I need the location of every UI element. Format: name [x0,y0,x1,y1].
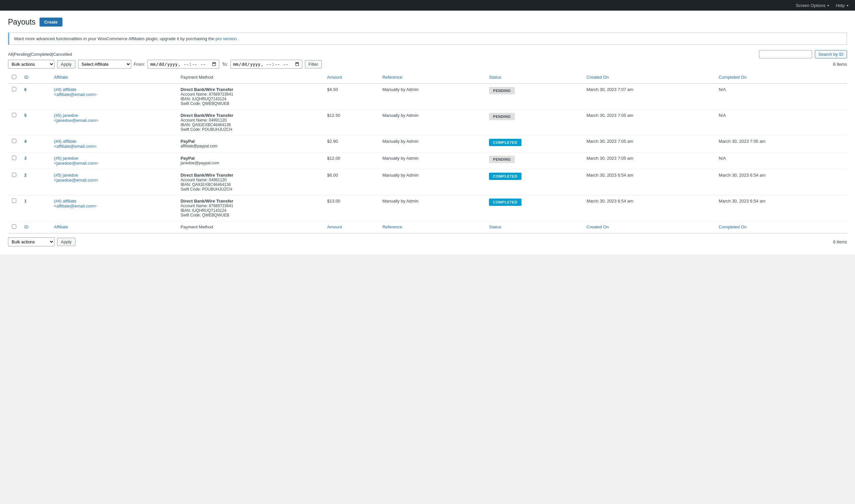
help-button[interactable]: Help ▾ [833,2,851,9]
row-checkbox[interactable] [12,156,16,160]
help-chevron-icon: ▾ [847,4,848,7]
header-amount[interactable]: Amount [323,71,378,84]
row-affiliate[interactable]: (#4) affiliate<affiliate@email.com> [50,195,176,221]
row-checkbox[interactable] [12,139,16,143]
row-affiliate[interactable]: (#5) janedoe<janedoe@email.com> [50,109,176,135]
row-reference: Manually by Admin [378,152,485,169]
row-status: PENDING [485,83,582,109]
row-amount: $12.50 [323,109,378,135]
top-row: All | Pending | Completed | Cancelled Se… [8,50,847,58]
search-by-id-button[interactable]: Search by ID [815,50,847,58]
table-row: 4(#4) affiliate<affiliate@email.com>PayP… [8,135,847,152]
row-id[interactable]: 4 [20,135,50,152]
row-created-on: March 30, 2023 7:07 am [583,83,715,109]
bulk-actions-select[interactable]: Bulk actions [8,60,54,69]
row-completed-on: March 30, 2023 6:54 am [715,169,847,195]
page-title: Payouts [8,17,36,27]
header-reference[interactable]: Reference [378,71,485,84]
notice-text: Want more advanced functionalities in yo… [14,36,216,41]
row-id[interactable]: 1 [20,195,50,221]
row-status: COMPLETED [485,135,582,152]
create-button[interactable]: Create [39,18,62,26]
status-badge: COMPLETED [489,139,521,146]
main-content: Payouts Create Want more advanced functi… [0,11,855,254]
from-label: From: [134,62,145,67]
row-checkbox-cell [8,135,20,152]
row-created-on: March 30, 2023 7:05 am [583,135,715,152]
header-status[interactable]: Status [485,71,582,84]
screen-options-button[interactable]: Screen Options ▾ [793,2,832,9]
row-id[interactable]: 6 [20,83,50,109]
row-checkbox[interactable] [12,113,16,117]
filter-link-pending[interactable]: Pending [14,52,30,57]
footer-id[interactable]: ID [20,221,50,233]
row-affiliate[interactable]: (#5) janedoe<janedoe@email.com> [50,152,176,169]
status-badge: COMPLETED [489,199,521,206]
footer-amount[interactable]: Amount [323,221,378,233]
header-completed-on[interactable]: Completed On [715,71,847,84]
row-completed-on: N/A [715,83,847,109]
header-created-on[interactable]: Created On [583,71,715,84]
row-reference: Manually by Admin [378,83,485,109]
top-bar: Screen Options ▾ Help ▾ [0,0,855,11]
row-amount: $13.00 [323,195,378,221]
footer-created-on[interactable]: Created On [583,221,715,233]
to-label: To: [222,62,228,67]
row-checkbox-cell [8,169,20,195]
filter-link-completed[interactable]: Completed [31,52,52,57]
row-affiliate[interactable]: (#4) affiliate<affiliate@email.com> [50,135,176,152]
screen-options-label: Screen Options [796,3,826,8]
row-payment-method: PayPalaffiliate@paypal.com [176,135,323,152]
row-completed-on: N/A [715,109,847,135]
row-checkbox[interactable] [12,87,16,91]
header-affiliate[interactable]: Affiliate [50,71,176,84]
row-id[interactable]: 2 [20,169,50,195]
to-date-input[interactable] [231,60,302,69]
from-date-input[interactable] [147,60,219,69]
row-affiliate[interactable]: (#5) janedoe<janedoe@email.com> [50,169,176,195]
row-checkbox[interactable] [12,173,16,177]
row-checkbox[interactable] [12,199,16,203]
status-badge: PENDING [489,156,515,163]
apply-button-top[interactable]: Apply [57,60,75,68]
footer-reference[interactable]: Reference [378,221,485,233]
row-status: COMPLETED [485,195,582,221]
table-row: 1(#4) affiliate<affiliate@email.com>Dire… [8,195,847,221]
row-reference: Manually by Admin [378,109,485,135]
row-checkbox-cell [8,109,20,135]
filter-button[interactable]: Filter [305,60,322,68]
filter-link-cancelled[interactable]: Cancelled [53,52,72,57]
bottom-toolbar: Bulk actions Apply 6 items [8,237,847,246]
select-all-checkbox[interactable] [12,75,16,79]
row-id[interactable]: 5 [20,109,50,135]
row-payment-method: Direct Bank/Wire TransferAccount Name: 8… [176,195,323,221]
filter-link-all[interactable]: All [8,52,13,57]
bulk-actions-select-bottom[interactable]: Bulk actions [8,237,54,246]
row-affiliate[interactable]: (#4) affiliate<affiliate@email.com> [50,83,176,109]
search-by-id-input[interactable] [759,50,812,58]
pro-version-link[interactable]: pro version [216,36,237,41]
row-reference: Manually by Admin [378,135,485,152]
select-affiliate-dropdown[interactable]: Select Affiliate [78,60,131,69]
row-payment-method: Direct Bank/Wire TransferAccount Name: 8… [176,83,323,109]
row-status: PENDING [485,152,582,169]
row-checkbox-cell [8,83,20,109]
row-reference: Manually by Admin [378,169,485,195]
footer-completed-on[interactable]: Completed On [715,221,847,233]
footer-status[interactable]: Status [485,221,582,233]
header-id[interactable]: ID [20,71,50,84]
row-created-on: March 30, 2023 7:05 am [583,109,715,135]
header-checkbox-col [8,71,20,84]
table-footer-row: ID Affiliate Payment Method Amount Refer… [8,221,847,233]
apply-button-bottom[interactable]: Apply [57,238,75,246]
footer-affiliate[interactable]: Affiliate [50,221,176,233]
payouts-table: ID Affiliate Payment Method Amount Refer… [8,71,847,233]
select-all-checkbox-bottom[interactable] [12,224,16,229]
row-completed-on: March 30, 2023 7:05 am [715,135,847,152]
row-completed-on: March 30, 2023 6:54 am [715,195,847,221]
notice-bar: Want more advanced functionalities in yo… [8,33,847,45]
table-row: 3(#5) janedoe<janedoe@email.com>PayPalja… [8,152,847,169]
page-wrapper: Screen Options ▾ Help ▾ Payouts Create W… [0,0,855,504]
row-id[interactable]: 3 [20,152,50,169]
table-row: 6(#4) affiliate<affiliate@email.com>Dire… [8,83,847,109]
